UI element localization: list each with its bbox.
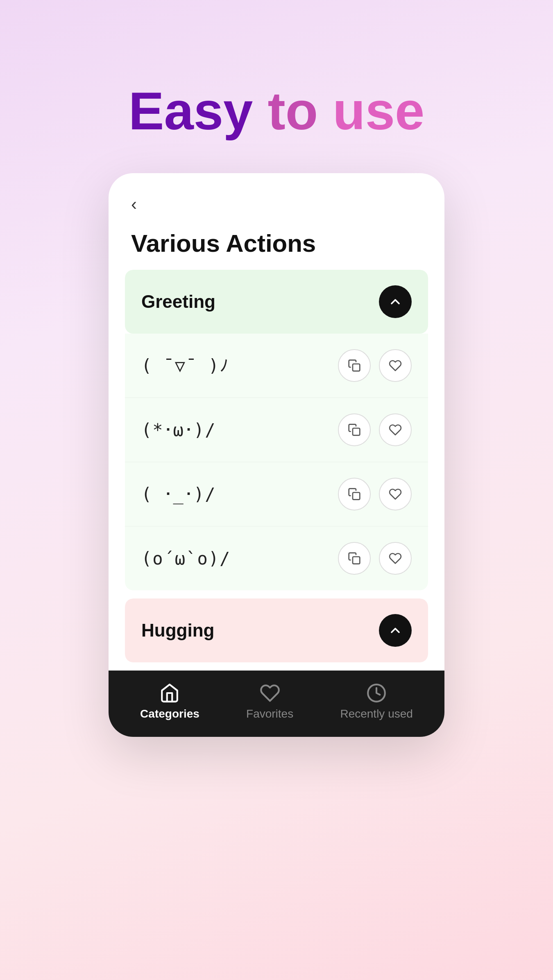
phone-content: ‹ Various Actions Greeting [109,173,444,737]
emoji-actions-1 [338,349,412,382]
greeting-emoji-list: ( ¯▽¯ )ﾉ [125,334,428,590]
headline: Easy to use [109,82,444,140]
emoji-actions-2 [338,413,412,446]
emoji-text-4: (o´ω`o)/ [141,549,231,569]
copy-button-3[interactable] [338,478,371,510]
nav-favorites[interactable]: Favorites [246,683,293,720]
category-header-greeting: Greeting [125,270,428,334]
category-greeting: Greeting ( ¯▽¯ )ﾉ [125,270,428,590]
favorite-button-3[interactable] [379,478,412,510]
page-background: Easy to use ‹ Various Actions Greeting [109,0,444,737]
emoji-text-3: ( ･_･)/ [141,484,216,504]
emoji-item-4: (o´ω`o)/ [125,526,428,590]
headline-to-word: to [267,81,318,141]
favorite-button-4[interactable] [379,542,412,575]
nav-recently-used[interactable]: Recently used [340,683,412,720]
emoji-item-2: (*･ω･)/ [125,398,428,462]
bottom-nav: Categories Favorites Recently used [109,671,444,737]
emoji-text-2: (*･ω･)/ [141,420,216,440]
nav-categories[interactable]: Categories [140,683,199,720]
screen-body: Greeting ( ¯▽¯ )ﾉ [109,270,444,671]
screen-header: ‹ [109,173,444,221]
nav-categories-label: Categories [140,707,199,720]
svg-rect-3 [353,557,360,564]
favorite-button-2[interactable] [379,413,412,446]
svg-rect-1 [353,428,360,435]
category-header-hugging: Hugging [125,598,428,662]
emoji-text-1: ( ¯▽¯ )ﾉ [141,356,229,376]
copy-button-2[interactable] [338,413,371,446]
back-button[interactable]: ‹ [131,196,422,213]
emoji-actions-4 [338,542,412,575]
greeting-label: Greeting [141,291,215,312]
screen-title: Various Actions [109,229,444,257]
copy-button-4[interactable] [338,542,371,575]
emoji-item-3: ( ･_･)/ [125,462,428,526]
hugging-label: Hugging [141,620,214,641]
headline-easy: Easy [129,81,253,141]
emoji-actions-3 [338,478,412,510]
nav-favorites-label: Favorites [246,707,293,720]
hugging-collapse-button[interactable] [379,614,412,647]
svg-rect-0 [353,364,360,371]
category-hugging: Hugging [125,598,428,662]
headline-use: use [333,81,424,141]
copy-button-1[interactable] [338,349,371,382]
favorite-button-1[interactable] [379,349,412,382]
page-title-container: Easy to use [109,82,444,140]
emoji-item-1: ( ¯▽¯ )ﾉ [125,334,428,398]
nav-recently-used-label: Recently used [340,707,412,720]
svg-rect-2 [353,492,360,499]
phone-mockup: ‹ Various Actions Greeting [109,173,444,737]
greeting-collapse-button[interactable] [379,285,412,318]
